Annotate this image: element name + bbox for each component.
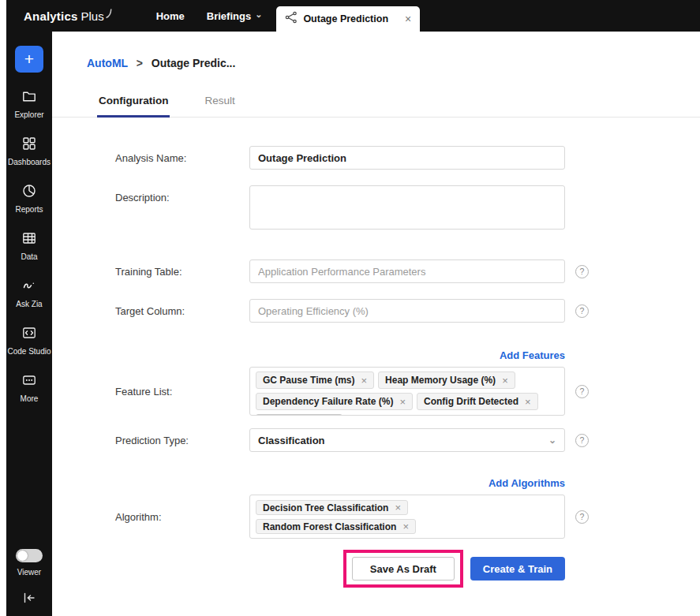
automl-icon [285, 11, 298, 27]
tab-configuration[interactable]: Configuration [99, 95, 168, 117]
prediction-type-select[interactable]: Classification ⌄ [249, 428, 565, 452]
sidebar-item-label: More [21, 394, 39, 404]
feature-list-row: Feature List: GC Pause Time (ms)×Heap Me… [115, 367, 700, 416]
algorithm-row: Algorithm: Decision Tree Classification×… [115, 495, 700, 539]
analysis-name-row: Analysis Name: [115, 146, 700, 170]
breadcrumb-separator: > [137, 57, 143, 69]
help-icon[interactable]: ? [575, 385, 589, 398]
sidebar-item-dashboards[interactable]: Dashboards [6, 136, 52, 167]
window-edge [0, 0, 6, 616]
top-nav: Home Briefings ⌄ [156, 10, 263, 22]
chip-remove-icon[interactable]: × [502, 375, 508, 386]
tab-outage-prediction[interactable]: Outage Prediction × [276, 6, 420, 32]
tab-result[interactable]: Result [204, 95, 234, 117]
chip-remove-icon[interactable]: × [395, 502, 401, 513]
feature-list-box[interactable]: GC Pause Time (ms)×Heap Memory Usage (%)… [249, 367, 565, 416]
sidebar-item-label: Ask Zia [16, 300, 42, 309]
nav-home-label: Home [156, 10, 185, 22]
nav-briefings[interactable]: Briefings ⌄ [207, 10, 263, 22]
chip-remove-icon[interactable]: × [361, 375, 367, 386]
breadcrumb-current: Outage Predic... [152, 57, 236, 69]
algorithm-label: Algorithm: [115, 511, 249, 523]
sidebar-item-ask-zia[interactable]: Ask Zia [6, 278, 52, 309]
close-icon[interactable]: × [405, 13, 411, 25]
chip: Random Forest Classification× [256, 519, 416, 534]
automl-config-form: Analysis Name: Description: Training Tab… [52, 118, 700, 588]
help-icon[interactable]: ? [575, 265, 589, 278]
chip-label: Random Forest Classification [263, 521, 396, 532]
description-input[interactable] [249, 185, 565, 230]
sidebar-item-reports[interactable]: Reports [6, 183, 52, 215]
chip: GC Pause Time (ms)× [256, 371, 374, 389]
chip-remove-icon[interactable]: × [399, 396, 406, 408]
create-new-button[interactable]: + [15, 46, 43, 73]
brand-suffix: Plus [81, 9, 104, 23]
nav-briefings-label: Briefings [207, 10, 251, 22]
grid-icon [21, 136, 37, 154]
help-icon[interactable]: ? [575, 510, 589, 524]
analysis-name-label: Analysis Name: [115, 152, 249, 164]
sidebar-item-code-studio[interactable]: Code Studio [6, 325, 52, 357]
chip-remove-icon[interactable]: × [525, 396, 531, 408]
sidebar-item-data[interactable]: Data [6, 230, 52, 262]
add-features-link[interactable]: Add Features [500, 349, 565, 361]
chip: Config Drift Detected× [417, 393, 538, 410]
help-icon[interactable]: ? [575, 304, 589, 318]
sidebar-item-explorer[interactable]: Explorer [6, 88, 52, 120]
code-icon [21, 325, 37, 343]
chevron-down-icon: ⌄ [255, 9, 262, 20]
add-algorithms-row: Add Algorithms [249, 476, 565, 490]
sidebar-item-more[interactable]: More [6, 372, 52, 404]
analysis-name-input[interactable] [249, 146, 565, 170]
toggle-knob [17, 551, 28, 561]
brand-logo[interactable]: Analytics Plus [24, 9, 112, 23]
training-table-row: Training Table: ? [115, 259, 700, 283]
training-table-input[interactable] [249, 259, 565, 283]
more-icon [21, 372, 37, 390]
sidebar-bottom: Viewer [16, 549, 43, 616]
breadcrumb-automl-link[interactable]: AutoML [87, 57, 128, 69]
prediction-type-label: Prediction Type: [115, 435, 249, 446]
target-column-input[interactable] [249, 299, 565, 323]
add-algorithms-link[interactable]: Add Algorithms [489, 477, 565, 489]
brand-swoosh-icon [105, 8, 112, 21]
annotation-highlight: Save As Draft [343, 550, 463, 588]
create-and-train-button[interactable]: Create & Train [470, 557, 565, 581]
topbar: Analytics Plus Home Briefings ⌄ Outage P… [6, 0, 700, 32]
form-actions: Save As Draft Create & Train [249, 550, 565, 588]
viewer-toggle[interactable] [16, 549, 43, 562]
chip: Heap Memory Usage (%)× [378, 371, 515, 389]
chip: Dependency Failure Rate (%)× [256, 393, 413, 410]
chip-label: Decision Tree Classification [263, 502, 388, 513]
folder-icon [21, 88, 37, 106]
save-as-draft-button[interactable]: Save As Draft [352, 557, 455, 581]
help-icon[interactable]: ? [575, 434, 589, 447]
description-label: Description: [115, 185, 249, 203]
breadcrumb: AutoML > Outage Predic... [52, 32, 700, 69]
chip-label: Dependency Failure Rate (%) [263, 396, 393, 407]
tab-bar: Configuration Result [52, 95, 700, 118]
target-column-label: Target Column: [115, 305, 249, 317]
sidebar-item-label: Code Studio [7, 347, 51, 357]
table-icon [21, 230, 37, 248]
sidebar-item-label: Data [21, 252, 37, 262]
prediction-type-value: Classification [258, 435, 325, 446]
chip-remove-icon[interactable]: × [402, 521, 409, 532]
sidebar: + Explorer Dashboards Reports Data Ask Z… [6, 32, 52, 616]
collapse-sidebar-icon[interactable] [22, 592, 36, 607]
clipped-chip [256, 414, 343, 416]
feature-list-label: Feature List: [115, 386, 249, 398]
sidebar-item-label: Explorer [14, 110, 43, 120]
description-row: Description: [115, 185, 700, 230]
algorithm-box[interactable]: Decision Tree Classification×Random Fore… [249, 495, 565, 539]
target-column-row: Target Column: ? [115, 299, 700, 323]
zia-icon [21, 278, 37, 296]
add-features-row: Add Features [249, 348, 565, 362]
chip-label: Heap Memory Usage (%) [385, 375, 496, 386]
chip: Decision Tree Classification× [256, 500, 408, 515]
viewer-label: Viewer [17, 568, 41, 577]
nav-home[interactable]: Home [156, 10, 185, 22]
tab-label: Outage Prediction [303, 13, 388, 24]
pie-chart-icon [21, 183, 37, 201]
training-table-label: Training Table: [115, 266, 249, 278]
